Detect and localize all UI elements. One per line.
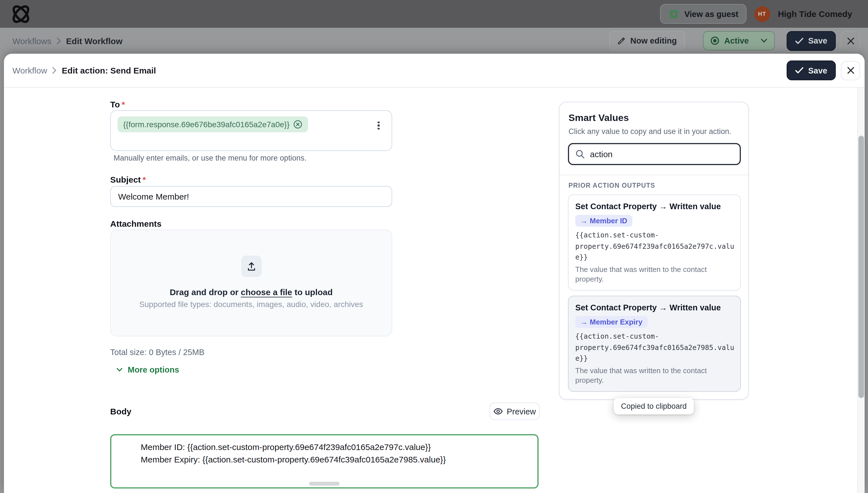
smart-values-title: Smart Values	[569, 112, 629, 124]
modal-breadcrumb: Workflow Edit action: Send Email	[13, 66, 787, 75]
close-icon	[847, 67, 854, 74]
panel-divider	[559, 175, 748, 175]
more-options-label: More options	[128, 365, 179, 374]
check-icon	[795, 37, 804, 44]
radio-active-icon	[710, 36, 719, 45]
more-options-toggle[interactable]: More options	[116, 365, 179, 374]
now-editing-label: Now editing	[630, 36, 677, 45]
chevron-down-icon	[761, 39, 767, 43]
chevron-right-icon	[52, 67, 57, 74]
breadcrumb-edit-workflow: Edit Workflow	[66, 36, 123, 45]
smart-values-panel: Smart Values Click any value to copy and…	[559, 102, 749, 400]
workflow-breadcrumb: Workflows Edit Workflow	[13, 36, 123, 45]
breadcrumb-edit-action: Edit action: Send Email	[62, 66, 156, 75]
choose-file-link[interactable]: choose a file	[241, 287, 292, 297]
eye-icon	[493, 408, 503, 415]
smart-value-code[interactable]: {{action.set-custom-property.69e674fc39a…	[575, 331, 736, 364]
body-label: Body	[110, 407, 131, 416]
to-chip-label: {{form.response.69e676be39afc0165a2e7a0e…	[123, 120, 290, 129]
prior-action-outputs-header: PRIOR ACTION OUTPUTS	[569, 182, 655, 189]
upload-icon[interactable]	[241, 256, 261, 277]
account-name[interactable]: High Tide Comedy	[778, 9, 852, 19]
body-line: Member ID: {{action.set-custom-property.…	[141, 441, 527, 453]
breadcrumb-workflow[interactable]: Workflow	[13, 66, 47, 75]
resize-handle[interactable]	[309, 482, 340, 486]
search-icon	[575, 149, 585, 159]
body-line: Member Expiry: {{action.set-custom-prope…	[141, 453, 527, 465]
preview-label: Preview	[507, 407, 536, 416]
body-editor[interactable]: Member ID: {{action.set-custom-property.…	[110, 434, 538, 489]
smart-value-card-title: Set Contact Property → Written value	[575, 302, 736, 313]
guest-logo-icon	[668, 8, 680, 20]
now-editing-button[interactable]: Now editing	[609, 31, 685, 50]
smart-value-badge: → Member ID	[575, 215, 632, 227]
account-avatar[interactable]: HT	[754, 6, 770, 22]
smart-value-description: The value that was written to the contac…	[575, 264, 736, 284]
smart-value-code[interactable]: {{action.set-custom-property.69e674f239a…	[575, 230, 736, 263]
attachments-dropzone[interactable]: Drag and drop or choose a file to upload…	[110, 230, 392, 336]
to-options-menu-icon[interactable]	[374, 119, 384, 132]
total-size-text: Total size: 0 Bytes / 25MB	[110, 348, 205, 357]
smart-value-card[interactable]: Set Contact Property → Written value → M…	[568, 194, 741, 291]
toolbar-save-label: Save	[808, 36, 827, 45]
chevron-right-icon	[57, 37, 61, 44]
status-label: Active	[724, 36, 749, 45]
copied-tooltip: Copied to clipboard	[614, 398, 694, 414]
workflow-toolbar: Workflows Edit Workflow Now editing Acti…	[0, 28, 868, 54]
to-label: To*	[110, 100, 125, 109]
subject-input[interactable]: Welcome Member!	[110, 186, 392, 207]
search-value: action	[590, 149, 613, 159]
required-asterisk: *	[142, 175, 146, 184]
smart-value-badge: → Member Expiry	[575, 316, 648, 328]
supported-types-text: Supported file types: documents, images,…	[111, 300, 392, 309]
to-input[interactable]: {{form.response.69e676be39afc0165a2e7a0e…	[110, 110, 392, 151]
screen: View as guest HT High Tide Comedy Workfl…	[0, 0, 868, 493]
smart-value-description: The value that was written to the contac…	[575, 365, 736, 385]
smart-values-search-input[interactable]: action	[568, 143, 741, 165]
to-helper-text: Manually enter emails, or use the menu f…	[114, 154, 307, 162]
status-dropdown[interactable]: Active	[703, 31, 775, 50]
modal-header: Workflow Edit action: Send Email Save	[4, 54, 865, 88]
breadcrumb-workflows[interactable]: Workflows	[13, 36, 51, 45]
edit-action-modal: Workflow Edit action: Send Email Save To…	[4, 54, 865, 493]
top-app-bar: View as guest HT High Tide Comedy	[0, 0, 868, 28]
required-asterisk: *	[121, 100, 125, 109]
view-as-guest-label: View as guest	[684, 9, 738, 18]
to-value-chip[interactable]: {{form.response.69e676be39afc0165a2e7a0e…	[117, 116, 308, 132]
subject-label: Subject*	[110, 175, 146, 184]
modal-save-label: Save	[808, 66, 827, 75]
toolbar-save-button[interactable]: Save	[787, 31, 836, 50]
dropzone-text: Drag and drop or choose a file to upload	[111, 287, 392, 297]
close-icon	[847, 37, 854, 44]
modal-close-button[interactable]	[841, 61, 860, 80]
pencil-icon	[617, 37, 626, 45]
app-logo-icon[interactable]	[8, 2, 34, 26]
toolbar-close-button[interactable]	[841, 31, 860, 50]
smart-values-subtitle: Click any value to copy and use it in yo…	[569, 127, 731, 136]
modal-save-button[interactable]: Save	[787, 61, 836, 80]
attachments-label: Attachments	[110, 219, 162, 229]
smart-value-card[interactable]: Set Contact Property → Written value → M…	[568, 296, 741, 392]
check-icon	[795, 67, 804, 74]
preview-button[interactable]: Preview	[489, 403, 540, 420]
view-as-guest-button[interactable]: View as guest	[660, 4, 746, 24]
remove-chip-icon[interactable]	[294, 120, 303, 129]
chevron-down-icon	[116, 367, 123, 372]
smart-value-card-title: Set Contact Property → Written value	[575, 201, 736, 212]
scrollbar-thumb[interactable]	[858, 136, 864, 398]
